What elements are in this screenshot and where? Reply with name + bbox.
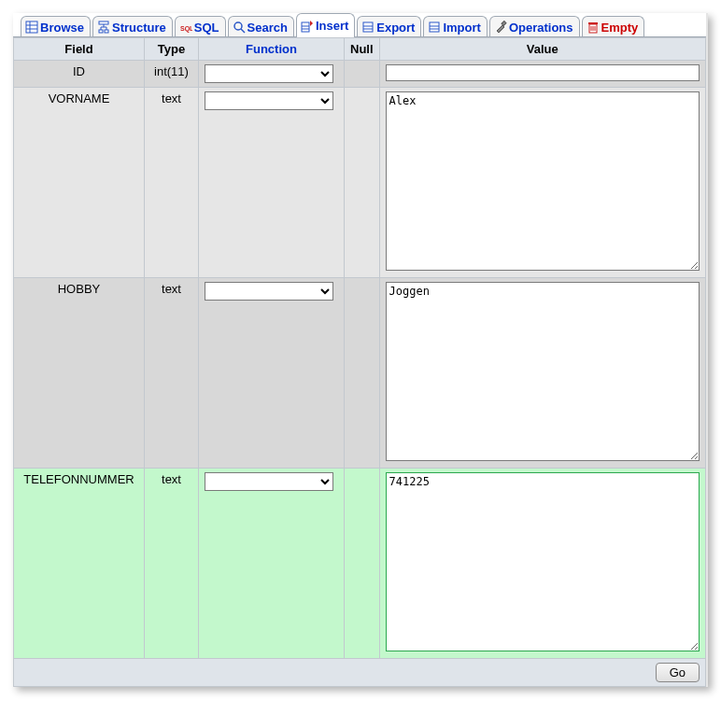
value-vorname-cell <box>379 88 705 278</box>
row-hobby: HOBBY text <box>14 278 706 469</box>
row-id: ID int(11) <box>14 61 706 88</box>
function-hobby-select[interactable] <box>205 282 333 301</box>
table-icon <box>25 21 38 34</box>
tab-browse[interactable]: Browse <box>21 16 91 37</box>
svg-rect-5 <box>99 30 103 33</box>
footer-row: Go <box>14 659 706 687</box>
import-icon <box>428 21 441 34</box>
operations-icon <box>494 21 507 34</box>
type-hobby: text <box>145 278 199 469</box>
type-id: int(11) <box>145 61 199 88</box>
function-vorname-cell <box>199 88 345 278</box>
svg-rect-20 <box>430 22 439 32</box>
type-telefonnummer: text <box>145 469 199 659</box>
row-vorname: VORNAME text <box>14 88 706 278</box>
value-id-cell <box>379 61 705 88</box>
tab-bar: Browse Structure SQL SQL Search Insert <box>13 13 706 37</box>
tab-structure-label: Structure <box>112 21 166 35</box>
insert-table: Field Type Function Null Value ID int(11… <box>13 37 706 687</box>
value-telefonnummer-cell <box>379 469 705 659</box>
svg-rect-17 <box>363 22 373 32</box>
header-null: Null <box>345 38 380 61</box>
tab-sql[interactable]: SQL SQL <box>175 16 226 37</box>
field-vorname: VORNAME <box>14 88 145 278</box>
value-vorname-textarea[interactable] <box>386 91 700 271</box>
header-type: Type <box>145 38 199 61</box>
header-function[interactable]: Function <box>199 38 345 61</box>
function-hobby-cell <box>199 278 345 469</box>
header-field: Field <box>14 38 145 61</box>
svg-text:SQL: SQL <box>180 25 192 33</box>
tab-import-label: Import <box>443 21 480 35</box>
search-icon <box>233 21 246 34</box>
header-row: Field Type Function Null Value <box>14 38 706 61</box>
tab-import[interactable]: Import <box>423 16 487 37</box>
export-icon <box>361 21 375 34</box>
tab-insert[interactable]: Insert <box>296 13 355 37</box>
tab-export[interactable]: Export <box>357 16 421 37</box>
svg-rect-23 <box>502 21 506 26</box>
tab-export-label: Export <box>376 21 415 35</box>
function-id-select[interactable] <box>205 64 333 83</box>
null-vorname <box>345 88 380 278</box>
function-telefonnummer-cell <box>199 469 345 659</box>
value-hobby-textarea[interactable] <box>386 282 700 461</box>
empty-icon <box>587 21 600 34</box>
header-value: Value <box>379 38 705 61</box>
row-telefonnummer: TELEFONNUMMER text <box>14 469 706 659</box>
function-telefonnummer-select[interactable] <box>205 472 333 491</box>
tab-search-label: Search <box>247 21 288 35</box>
tab-empty[interactable]: Empty <box>582 16 645 37</box>
tab-sql-label: SQL <box>194 21 219 35</box>
value-telefonnummer-textarea[interactable] <box>386 472 700 651</box>
tab-structure[interactable]: Structure <box>92 16 173 37</box>
svg-rect-14 <box>302 22 309 32</box>
type-vorname: text <box>145 88 199 278</box>
structure-icon <box>97 21 110 34</box>
insert-icon <box>301 20 314 33</box>
null-id <box>345 61 380 88</box>
field-hobby: HOBBY <box>14 278 145 469</box>
go-button[interactable]: Go <box>656 663 700 682</box>
tab-insert-label: Insert <box>316 19 348 33</box>
svg-rect-4 <box>99 21 108 24</box>
tab-search[interactable]: Search <box>228 16 294 37</box>
function-vorname-select[interactable] <box>205 91 333 110</box>
value-hobby-cell <box>379 278 705 469</box>
tab-empty-label: Empty <box>601 21 639 35</box>
svg-point-12 <box>234 22 242 30</box>
svg-line-13 <box>241 29 245 33</box>
value-id-input[interactable] <box>386 64 700 81</box>
tab-operations[interactable]: Operations <box>489 16 580 37</box>
svg-rect-6 <box>105 30 108 33</box>
svg-rect-25 <box>588 22 598 24</box>
sql-icon: SQL <box>179 21 192 34</box>
field-telefonnummer: TELEFONNUMMER <box>14 469 145 659</box>
null-telefonnummer <box>345 469 380 659</box>
function-id-cell <box>199 61 345 88</box>
svg-rect-0 <box>26 21 37 33</box>
tab-browse-label: Browse <box>40 21 84 35</box>
null-hobby <box>345 278 380 469</box>
tab-operations-label: Operations <box>509 21 573 35</box>
field-id: ID <box>14 61 145 88</box>
